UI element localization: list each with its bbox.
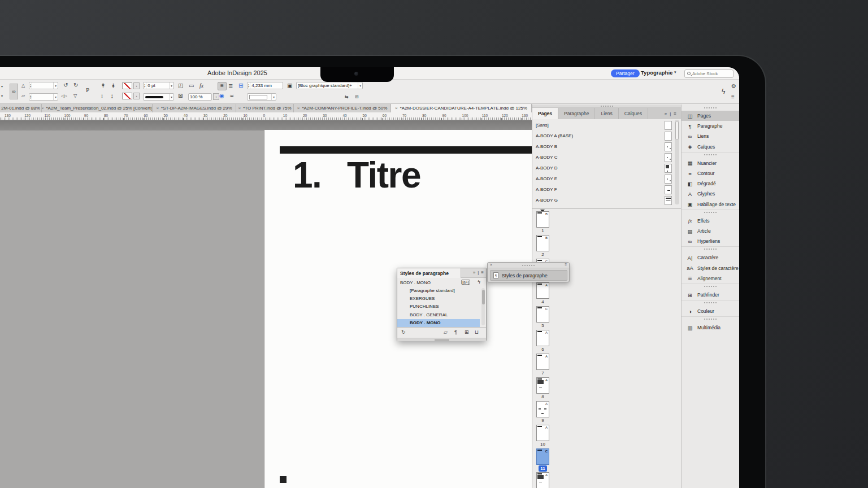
page-number-1[interactable]: 1 — [532, 228, 553, 233]
sync-icon[interactable]: ↻ — [401, 329, 406, 335]
master-thumbnail[interactable] — [665, 132, 672, 141]
dock-item-paragraph[interactable]: ¶Paragraphe — [682, 121, 739, 131]
gap-field[interactable]: ▴▾ — [247, 82, 283, 89]
dock-item-pages[interactable]: ◫Pages — [682, 111, 739, 121]
dock-item-links[interactable]: ∞Liens — [682, 131, 739, 141]
quick-apply-icon[interactable]: ⇆ — [345, 94, 349, 101]
close-tab-icon[interactable]: × — [238, 106, 241, 111]
scale-input[interactable] — [189, 94, 211, 99]
new-object-style-icon[interactable]: ⊞ — [355, 94, 359, 101]
rotate-cw-icon[interactable]: ↻ — [73, 82, 78, 89]
space-above-icon[interactable]: ↟ — [101, 82, 105, 89]
stroke-weight-input[interactable] — [146, 83, 169, 88]
dock-item-glyphs[interactable]: AGlyphes — [682, 189, 739, 199]
styles-panel-header[interactable]: Styles de paragraphe » | ≡ — [397, 268, 486, 278]
search-input[interactable] — [692, 71, 728, 76]
styles-scrollbar[interactable] — [481, 288, 485, 325]
panel-menu-icon[interactable]: ≡ — [565, 263, 567, 266]
master-thumbnail[interactable] — [665, 153, 672, 162]
stepper-icon[interactable]: ▴▾ — [29, 94, 32, 100]
dock-item-stroke[interactable]: ≡Contour — [682, 168, 739, 178]
close-tab-icon[interactable]: × — [42, 106, 44, 111]
reference-point-icon[interactable]: P — [86, 86, 89, 93]
new-style-icon[interactable]: ⊞ — [465, 329, 469, 335]
flip-vertical-icon[interactable]: ▽ — [73, 93, 77, 99]
page-number-9[interactable]: 9 — [532, 418, 553, 423]
close-icon[interactable]: × — [490, 263, 492, 267]
panel-tab-paragraphe[interactable]: Paragraphe — [558, 108, 595, 119]
constrain-link-icon[interactable]: ∞ — [10, 84, 18, 99]
dragged-panel-titlebar[interactable]: × ≡ — [488, 263, 569, 268]
masters-pages-divider[interactable] — [532, 208, 681, 213]
master-page-row[interactable]: A-BODY D — [532, 163, 681, 173]
object-style-input[interactable] — [297, 83, 358, 88]
scrollbar-thumb[interactable] — [482, 290, 485, 304]
doc-tab[interactable]: ×*A2M-DOSSIER-CANDIDATURE-A4-TEMPLATE.in… — [391, 104, 532, 112]
baseline-shift-icon[interactable]: ↨ — [111, 93, 114, 99]
master-thumbnail[interactable] — [665, 121, 672, 130]
stroke-style-select[interactable]: ▾ — [143, 93, 174, 101]
page-thumbnail-7[interactable]: A — [536, 354, 549, 370]
dock-item-multimedia[interactable]: ▥Multimédia — [682, 323, 739, 333]
panel-tab-calques[interactable]: Calques — [619, 108, 648, 119]
dock-item-hyperlinks[interactable]: ∞Hyperliens — [682, 236, 739, 246]
page-number-4[interactable]: 4 — [532, 299, 553, 304]
fill-flyout-button[interactable]: › — [133, 82, 140, 89]
swatch-select[interactable]: ▾ — [247, 93, 276, 101]
vertical-align-icon[interactable]: ↕ — [101, 93, 103, 99]
stroke-none-swatch[interactable] — [122, 93, 132, 99]
object-style-select[interactable]: ▾ — [296, 82, 363, 89]
text-wrap-none-icon[interactable]: ≡ — [218, 82, 227, 90]
chevron-down-icon[interactable]: ▾ — [169, 82, 173, 89]
dragged-panel[interactable]: × ≡ ¶ Styles de paragraphe — [487, 262, 570, 282]
dock-item-color[interactable]: ◑Couleur — [682, 306, 739, 316]
lightning-icon[interactable]: ϟ — [722, 88, 725, 95]
styles-panel-tab[interactable]: Styles de paragraphe — [397, 268, 461, 278]
chevron-down-icon[interactable]: ▾ — [1, 83, 3, 90]
masters-scrollbar[interactable] — [675, 120, 679, 204]
scale-flyout-button[interactable]: › — [213, 93, 219, 100]
dock-item-gradient[interactable]: ◧Dégradé — [682, 178, 739, 189]
dock-item-layers[interactable]: ◈Calques — [682, 142, 739, 152]
fill-none-swatch[interactable] — [122, 82, 132, 89]
page-thumbnail-1[interactable]: B — [536, 211, 549, 228]
chevron-down-icon[interactable]: ▾ — [53, 94, 58, 100]
page-thumbnail-8[interactable]: A — [536, 377, 549, 394]
master-page-row[interactable]: A-BODY E — [532, 173, 681, 184]
page-number-6[interactable]: 6 — [532, 347, 553, 352]
page-number-11[interactable]: 11 — [532, 465, 553, 472]
dock-item-effects[interactable]: fxEffets — [682, 216, 739, 226]
page-thumbnail-2[interactable]: B — [536, 235, 549, 251]
master-thumbnail[interactable] — [665, 142, 672, 151]
doc-tab[interactable]: ×*A2M_Team_Presentation_02.indd @ 25% [C… — [42, 104, 153, 112]
master-page-row[interactable]: A-BODY F — [532, 184, 681, 195]
close-tab-icon[interactable]: × — [297, 106, 300, 111]
dragged-panel-tab[interactable]: ¶ Styles de paragraphe — [490, 270, 567, 281]
page-thumbnail-4[interactable]: A — [536, 282, 549, 299]
collapse-icon[interactable]: » — [473, 270, 475, 275]
style-row[interactable]: BODY . MONO — [397, 319, 480, 327]
clear-overrides-icon[interactable]: ¶ — [454, 329, 457, 335]
page-thumbnail-10[interactable]: A — [536, 425, 549, 441]
divider[interactable]: | — [670, 111, 671, 116]
frame-icon[interactable]: ▭ — [189, 82, 194, 89]
dock-item-pathfinder[interactable]: ⊞Pathfinder — [682, 290, 739, 300]
style-row[interactable]: [Paragraphe standard] — [397, 287, 480, 295]
master-page-row[interactable]: A-BODY C — [532, 152, 681, 163]
doc-tab[interactable]: 2M-01.indd @ 88% — [0, 104, 42, 112]
align-stroke-icon[interactable]: ≍ — [229, 93, 234, 99]
scale-field[interactable] — [188, 93, 212, 101]
master-page-row[interactable]: A-BODY A (BASE) — [532, 130, 681, 141]
master-thumbnail[interactable] — [665, 175, 672, 184]
close-tab-icon[interactable]: × — [395, 106, 398, 111]
doc-tab[interactable]: ×*A2M-COMPANY-PROFILE-T.indd @ 50% — [294, 104, 391, 112]
scrollbar-thumb[interactable] — [675, 121, 679, 140]
flip-horizontal-icon[interactable]: ◁▷ — [61, 93, 67, 99]
panel-menu-icon[interactable]: ≡ — [481, 270, 484, 275]
annotation-dot-icon[interactable]: ◉ — [219, 93, 224, 99]
panel-menu-icon[interactable]: ≡ — [674, 111, 676, 116]
gear-icon[interactable]: ⚙ — [731, 83, 736, 90]
dock-item-character_styles[interactable]: aAStyles de caractère — [682, 263, 739, 273]
rotation-field[interactable]: ▴▾ ▾ — [29, 82, 58, 89]
doc-tab[interactable]: ×*ST-DP-A2M-IMAGES.indd @ 29% — [153, 104, 236, 112]
